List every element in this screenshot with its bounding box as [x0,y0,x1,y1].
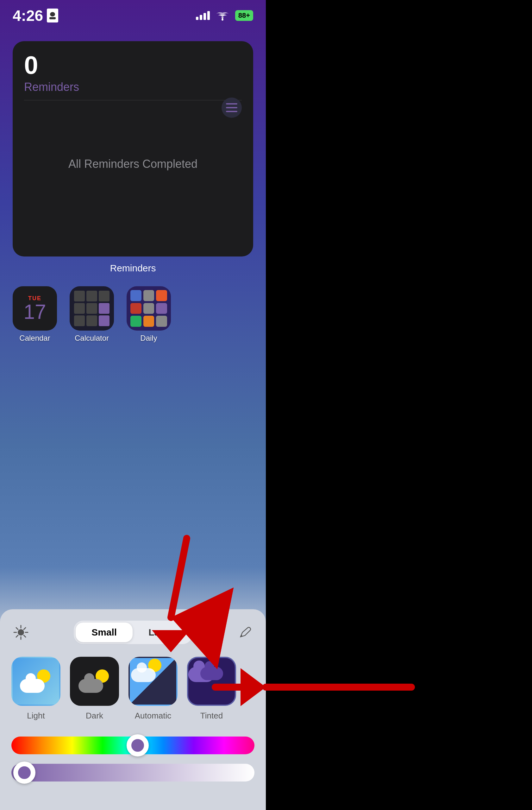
style-light-label: Light [27,711,45,721]
style-option-dark[interactable]: Dark [70,657,119,721]
svg-point-2 [221,19,223,20]
daily-app-icon[interactable]: Daily [127,286,171,343]
size-small-button[interactable]: Small [76,622,133,642]
color-slider-thumb[interactable] [127,734,149,757]
bottom-sheet: Small Large [0,609,266,810]
style-dark-icon[interactable] [70,657,119,706]
calendar-label: Calendar [19,334,50,343]
calculator-app-icon[interactable]: Calculator [70,286,114,343]
calculator-label: Calculator [75,334,109,343]
wifi-icon [216,10,230,21]
style-tinted-label: Tinted [200,711,223,721]
size-large-button[interactable]: Large [133,622,190,642]
style-tinted-icon[interactable] [187,657,236,706]
svg-line-13 [24,628,26,630]
pencil-icon[interactable] [235,623,254,642]
opacity-slider-track[interactable] [11,764,254,781]
widget-count: 0 [24,52,242,78]
calendar-day-num: 17 [23,302,46,322]
style-option-automatic[interactable]: Automatic [129,657,178,721]
style-automatic-icon[interactable] [129,657,178,706]
status-right: 88+ [196,10,253,21]
signal-bars-icon [196,11,210,20]
style-light-icon[interactable] [11,657,61,706]
app-icons-row: TUE 17 Calendar Calculator [13,286,253,343]
svg-line-11 [16,628,18,630]
daily-label: Daily [140,334,157,343]
right-black-area [266,0,532,810]
brightness-icon[interactable] [11,623,30,642]
sheet-top-row: Small Large [11,621,254,644]
calendar-app-icon[interactable]: TUE 17 Calendar [13,286,57,343]
svg-point-6 [18,629,24,635]
size-toggle[interactable]: Small Large [74,621,192,644]
status-bar: 4:26 88+ [0,0,266,25]
reminders-widget: 0 Reminders All Reminders Completed [13,41,253,257]
svg-rect-3 [226,103,237,104]
opacity-slider-thumb[interactable] [13,762,35,784]
phone-screen: 4:26 88+ [0,0,266,810]
svg-rect-1 [49,17,56,19]
style-automatic-label: Automatic [135,711,171,721]
person-icon [47,9,58,22]
style-options: Light Dark [11,657,254,721]
widget-divider [24,100,242,100]
svg-line-12 [24,635,26,637]
color-slider-track[interactable] [11,736,254,754]
svg-rect-0 [50,12,55,16]
svg-rect-5 [226,111,237,112]
style-option-tinted[interactable]: Tinted [187,657,236,721]
widget-title: Reminders [24,80,242,94]
battery-badge: 88+ [235,10,253,21]
style-option-light[interactable]: Light [11,657,61,721]
status-time: 4:26 [13,7,58,25]
svg-line-14 [16,635,18,637]
style-dark-label: Dark [86,711,103,721]
color-slider-container [11,736,254,781]
widget-menu-button[interactable] [221,98,242,118]
svg-rect-4 [226,107,237,108]
widget-completed-text: All Reminders Completed [24,157,242,171]
widget-label: Reminders [0,263,266,274]
